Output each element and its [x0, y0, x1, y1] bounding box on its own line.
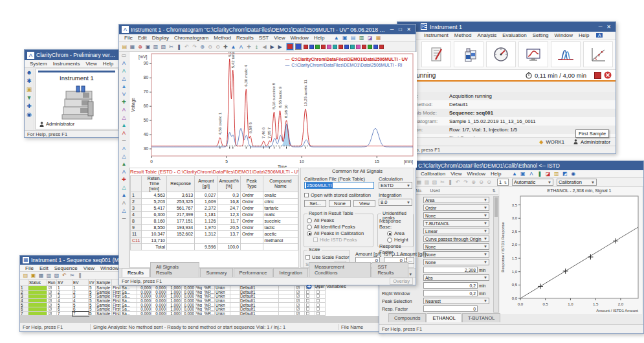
calibration-option-control[interactable]: Area▼ — [423, 197, 489, 203]
integration-select[interactable]: 8.0▼ — [379, 199, 412, 206]
report-icon[interactable]: ▥ — [423, 179, 430, 186]
user-icon[interactable]: ☻ — [26, 69, 32, 76]
result-row[interactable]: C1113,710methanol — [131, 238, 298, 244]
signal-color-square[interactable] — [304, 45, 308, 49]
tab-measurement-conditions[interactable]: Measurement Conditions — [309, 262, 371, 277]
menu-window[interactable]: Window — [287, 34, 311, 41]
run-checkbox[interactable] — [49, 299, 52, 302]
redo-icon[interactable]: ↷ — [462, 179, 469, 186]
run-checkbox[interactable] — [49, 312, 52, 315]
menu-help[interactable]: Help — [311, 34, 327, 41]
option-select[interactable]: None▼ — [423, 212, 489, 219]
calibration-option-control[interactable]: Nearest▼ — [423, 298, 489, 304]
menu-view[interactable]: View — [271, 34, 287, 41]
tab-summary[interactable]: Summary — [200, 268, 232, 277]
export-icon[interactable]: ▥ — [553, 170, 560, 177]
signal-color-square[interactable] — [309, 45, 314, 49]
signal-color-square[interactable] — [356, 45, 361, 49]
checkbox[interactable] — [316, 304, 320, 307]
menu-help[interactable]: Help — [100, 60, 116, 67]
open-icon[interactable]: ▣ — [30, 272, 37, 279]
menu-window[interactable]: Window — [98, 265, 121, 272]
signal-color-square[interactable] — [344, 45, 349, 49]
sequence-col-header[interactable]: I/V — [89, 280, 96, 286]
peaks-icon[interactable]: Λ — [527, 170, 535, 177]
menu-results[interactable]: Results — [234, 34, 256, 41]
menu-analysis[interactable]: Analysis — [474, 32, 499, 39]
calibration-option-control[interactable]: 0,2min — [423, 282, 489, 289]
chromatogram-plot[interactable]: 30405060708090051015Voltage[mV]Time[min]… — [129, 52, 417, 168]
result-row[interactable]: 1110,347152,6021,31213,7Ordnracetic — [131, 231, 298, 238]
report-icon[interactable]: ▥ — [45, 272, 52, 279]
close-button[interactable]: ✕ — [605, 24, 613, 30]
tab-integration[interactable]: Integration — [273, 268, 307, 277]
sequence-row[interactable]: 2225Sample 1First Sa...0,0000,0001,0000,… — [20, 291, 381, 295]
checkbox[interactable] — [316, 299, 320, 302]
fill-peak-tool-icon[interactable]: ▲ — [122, 83, 127, 91]
option-select[interactable]: None▼ — [423, 243, 489, 250]
chart-icon[interactable]: ◪ — [544, 170, 551, 177]
device-monitor-icon[interactable] — [486, 41, 516, 67]
export-icon[interactable]: ▥ — [358, 34, 365, 41]
result-row[interactable]: 35,417561,7672,37224,7Ordnrtartaric — [131, 205, 298, 212]
calibration-option-control[interactable]: None▼ — [423, 259, 489, 265]
zoom-out-icon[interactable]: ⊖ — [478, 179, 485, 186]
tab-performance[interactable]: Performance — [234, 268, 273, 277]
menu-window[interactable]: Window — [464, 170, 487, 177]
globe-icon[interactable]: ◉ — [27, 111, 32, 118]
tab-sst-results[interactable]: SST Results — [372, 262, 408, 277]
del-group-tool-icon[interactable]: △ — [122, 184, 126, 192]
method-setup-icon[interactable] — [421, 41, 451, 67]
bottle-icon[interactable]: ❚ — [536, 170, 543, 177]
result-row[interactable]: 14,5633,6130,0270,3Ordnroxalic — [131, 192, 298, 199]
run-checkbox[interactable] — [49, 307, 52, 311]
signal-color-square[interactable] — [321, 45, 326, 49]
first-icon[interactable]: ◀ — [261, 43, 268, 50]
abort-button[interactable] — [604, 71, 612, 79]
start-peak-tool-icon[interactable]: Λ — [122, 106, 126, 114]
menu-chromatogram[interactable]: Chromatogram — [172, 34, 211, 41]
none-button[interactable]: None — [329, 200, 351, 207]
data-acquisition-icon[interactable] — [518, 41, 548, 67]
sequence-col-header[interactable]: Run — [47, 280, 57, 286]
baseline-tool-icon[interactable]: Λ — [122, 67, 126, 75]
menu-help[interactable]: Help — [488, 170, 504, 177]
report-icon[interactable]: ▥ — [152, 43, 159, 50]
signal-color-square[interactable] — [368, 45, 372, 49]
zoom-in-icon[interactable]: ⊕ — [470, 179, 477, 186]
maximize-button[interactable]: □ — [396, 27, 405, 32]
run-checkbox[interactable] — [296, 291, 300, 294]
result-table[interactable]: Reten. Time [min]ResponseAmount [g/l]Amo… — [130, 175, 298, 250]
minimize-button[interactable]: ─ — [388, 27, 396, 32]
sequence-row[interactable]: 3335Sample 1First Sa...0,0000,0001,0000,… — [20, 294, 381, 299]
level-baseline-tool-icon[interactable]: Λ — [122, 145, 126, 153]
tab-results[interactable]: Results — [122, 268, 150, 277]
sequence-row[interactable]: 6665Sample 1First Sa...0,0000,0001,0000,… — [20, 307, 381, 312]
menu-file[interactable]: File — [122, 34, 135, 41]
menu-calibration[interactable]: Calibration — [418, 170, 448, 177]
checkbox[interactable] — [306, 291, 309, 294]
calibration-option-control[interactable]: Abs▼ — [423, 274, 489, 281]
signal-color-square[interactable] — [379, 45, 384, 49]
chromatogram-analysis-icon[interactable] — [551, 41, 581, 67]
folder-icon[interactable]: ▣ — [27, 86, 32, 93]
option-input[interactable]: 2,308 — [423, 267, 478, 273]
print-icon[interactable]: ▧ — [53, 272, 60, 279]
calibration-option-control[interactable]: 0 — [423, 305, 489, 312]
move-icon[interactable]: ✛ — [245, 43, 252, 50]
signal-color-square[interactable] — [327, 45, 331, 49]
cut-icon[interactable]: ✂ — [439, 179, 446, 186]
detach-tool-icon[interactable]: △ — [122, 207, 126, 215]
open-stored-checkbox[interactable]: Open with stored calibration — [304, 192, 371, 198]
menu-sequence[interactable]: Sequence — [52, 265, 80, 272]
base-radio-height[interactable]: Height — [387, 237, 413, 243]
front-tangent-tool-icon[interactable]: ▲ — [122, 160, 127, 168]
cut-icon[interactable]: ✂ — [168, 43, 175, 50]
hide-istd-checkbox[interactable]: Hide ISTD Peaks — [313, 237, 373, 243]
main-titlebar[interactable]: Λ ClarityChrom - Preliminary version — [25, 50, 119, 60]
properties-icon[interactable]: ▣ — [341, 34, 348, 41]
curve-icon[interactable]: ◩ — [561, 170, 568, 177]
calibration-option-control[interactable]: None▼ — [423, 243, 489, 250]
menu-view[interactable]: View — [448, 170, 464, 177]
use-scale-checkbox[interactable]: Use Scale Factor — [305, 254, 350, 260]
